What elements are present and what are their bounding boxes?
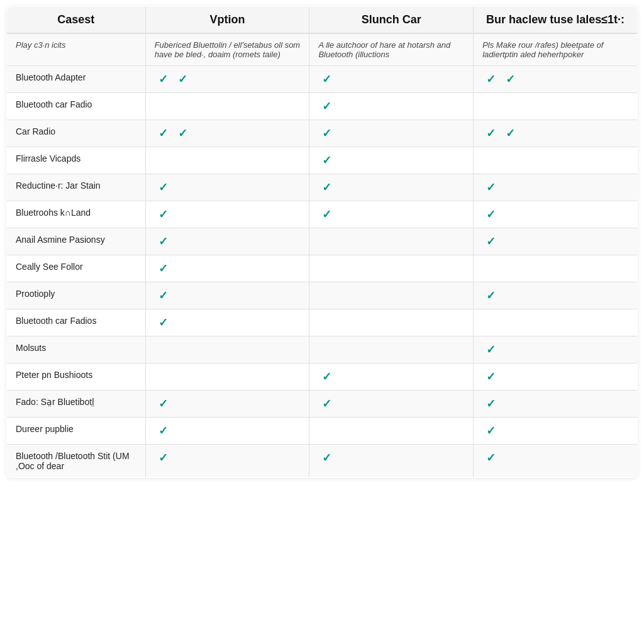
row-label: Flirrasle Vicapds (7, 147, 146, 174)
table-row: Bluetroohs k∩Land✓✓✓ (7, 201, 638, 228)
row-bur-checks (474, 255, 638, 282)
checkmark-icon: ✓ (486, 424, 496, 438)
row-slunch-checks: ✓ (309, 66, 474, 93)
row-bur-checks: ✓✓ (474, 66, 638, 93)
checkmark-icon: ✓ (486, 289, 496, 303)
checkmark-icon: ✓ (322, 72, 331, 86)
row-label: Reductine·r: Jar Stain (7, 174, 146, 201)
checkmark-icon: ✓ (506, 126, 515, 140)
checkmark-icon: ✓ (322, 370, 331, 384)
table-row: Dureer pupblie✓✓ (7, 418, 638, 445)
checkmark-icon: ✓ (158, 72, 168, 86)
checkmark-icon: ✓ (486, 126, 496, 140)
row-slunch-checks: ✓ (309, 93, 474, 120)
row-vption-checks: ✓✓ (145, 66, 309, 93)
row-label: Bluetroohs k∩Land (7, 201, 146, 228)
checkmark-icon: ✓ (322, 126, 331, 140)
row-vption-checks (145, 336, 309, 364)
row-slunch-checks: ✓ (309, 174, 474, 201)
row-label: Anail Asmine Pasionsy (7, 228, 146, 255)
subheader-bur: Pls Make rour /rafes) bleetpate of ladie… (474, 33, 638, 66)
subheader-row: Play c3·n icits Fubericed Bluettolin / e… (7, 33, 638, 66)
checkmark-icon: ✓ (322, 451, 331, 465)
row-label: Fado: Sa̤r Bluetibotl̤ (7, 391, 146, 418)
row-slunch-checks: ✓ (309, 364, 474, 391)
checkmark-icon: ✓ (322, 397, 331, 411)
table-row: Anail Asmine Pasionsy✓✓ (7, 228, 638, 255)
row-vption-checks: ✓ (145, 174, 309, 201)
header-vption: Vption (145, 7, 309, 34)
row-slunch-checks (309, 336, 474, 364)
row-bur-checks: ✓ (474, 336, 638, 364)
row-slunch-checks (309, 255, 474, 282)
table-row: Reductine·r: Jar Stain✓✓✓ (7, 174, 638, 201)
row-vption-checks: ✓ (145, 445, 309, 478)
table-row: Pteter pn Bushioots✓✓ (7, 364, 638, 391)
row-bur-checks: ✓ (474, 282, 638, 309)
table-row: Prootioply✓✓ (7, 282, 638, 309)
table-row: Car Radio✓✓✓✓✓ (7, 120, 638, 147)
row-vption-checks (145, 364, 309, 391)
table-row: Molsuts✓ (7, 336, 638, 364)
row-slunch-checks (309, 418, 474, 445)
checkmark-icon: ✓ (506, 72, 515, 86)
row-vption-checks: ✓ (145, 309, 309, 336)
checkmark-icon: ✓ (158, 397, 168, 411)
row-label: Bluetooth car Fadios (7, 309, 146, 336)
checkmark-icon: ✓ (486, 208, 496, 221)
subheader-label: Play c3·n icits (7, 33, 146, 66)
row-slunch-checks: ✓ (309, 120, 474, 147)
row-bur-checks (474, 93, 638, 120)
checkmark-icon: ✓ (322, 153, 331, 167)
row-label: Ceally See Follor (7, 255, 146, 282)
row-vption-checks: ✓ (145, 255, 309, 282)
checkmark-icon: ✓ (178, 126, 187, 140)
checkmark-icon: ✓ (158, 316, 168, 330)
row-label: Pteter pn Bushioots (7, 364, 146, 391)
checkmark-icon: ✓ (486, 235, 496, 248)
row-label: Dureer pupblie (7, 418, 146, 445)
table-row: Bluetooth car Fadios✓ (7, 309, 638, 336)
checkmark-icon: ✓ (486, 451, 496, 465)
row-label: Car Radio (7, 120, 146, 147)
row-slunch-checks: ✓ (309, 147, 474, 174)
checkmark-icon: ✓ (322, 208, 331, 221)
table-row: Bluetooth /Bluetooth Stit (UM ,Ooc of de… (7, 445, 638, 478)
row-vption-checks (145, 93, 309, 120)
header-slunch: Slunch Car (309, 7, 474, 34)
checkmark-icon: ✓ (158, 180, 168, 194)
row-slunch-checks: ✓ (309, 445, 474, 478)
row-vption-checks: ✓ (145, 282, 309, 309)
row-bur-checks: ✓ (474, 228, 638, 255)
checkmark-icon: ✓ (158, 235, 168, 248)
row-vption-checks: ✓ (145, 228, 309, 255)
header-casest: Casest (7, 7, 146, 34)
row-bur-checks: ✓ (474, 174, 638, 201)
row-slunch-checks: ✓ (309, 201, 474, 228)
checkmark-icon: ✓ (158, 289, 168, 303)
row-slunch-checks: ✓ (309, 391, 474, 418)
checkmark-icon: ✓ (158, 208, 168, 221)
row-vption-checks: ✓ (145, 201, 309, 228)
row-label: Bluetooth Adapter (7, 66, 146, 93)
checkmark-icon: ✓ (158, 451, 168, 465)
row-slunch-checks (309, 309, 474, 336)
row-bur-checks: ✓ (474, 391, 638, 418)
checkmark-icon: ✓ (486, 343, 496, 357)
row-label: Prootioply (7, 282, 146, 309)
checkmark-icon: ✓ (322, 180, 331, 194)
row-vption-checks: ✓✓ (145, 120, 309, 147)
checkmark-icon: ✓ (158, 424, 168, 438)
row-vption-checks: ✓ (145, 391, 309, 418)
row-bur-checks: ✓✓ (474, 120, 638, 147)
checkmark-icon: ✓ (486, 370, 496, 384)
row-bur-checks (474, 147, 638, 174)
table-row: Ceally See Follor✓ (7, 255, 638, 282)
checkmark-icon: ✓ (158, 126, 168, 140)
header-bur: Bur haclew tuse lales≤1t·: (474, 7, 638, 34)
row-bur-checks: ✓ (474, 364, 638, 391)
row-slunch-checks (309, 282, 474, 309)
row-bur-checks: ✓ (474, 418, 638, 445)
row-bur-checks: ✓ (474, 201, 638, 228)
checkmark-icon: ✓ (178, 72, 187, 86)
